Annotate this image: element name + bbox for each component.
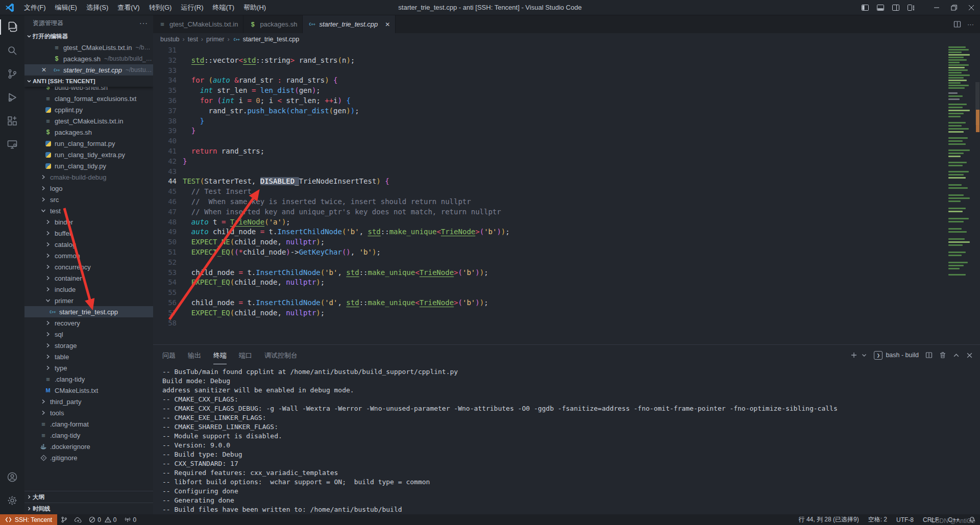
open-editors-header[interactable]: 打开的编辑器 [24,31,153,42]
workspace-header[interactable]: ANTI [SSH: TENCENT] [24,76,153,87]
tree-file-.clang-tidy[interactable]: ≡.clang-tidy [24,373,153,385]
tab-starter_trie_test.cpp[interactable]: C++starter_trie_test.cpp✕ [303,15,396,33]
breadcrumb-item[interactable]: primer [206,36,224,43]
menu-item-0[interactable]: 文件(F) [19,0,51,15]
menu-item-1[interactable]: 编辑(E) [51,0,82,15]
tree-file-.dockerignore[interactable]: .dockerignore [24,441,153,452]
tree-folder-primer[interactable]: primer [24,295,153,306]
tree-folder-concurrency[interactable]: concurrency [24,261,153,272]
views-more-actions-icon[interactable]: ··· [139,19,148,27]
panel-tab-调试控制台[interactable]: 调试控制台 [264,346,298,364]
close-icon[interactable]: ✕ [41,66,46,73]
tab-packages.sh[interactable]: $packages.sh [243,15,303,33]
tree-folder-common[interactable]: common [24,250,153,261]
tree-folder-binder[interactable]: binder [24,216,153,228]
tab-gtest_CMakeLists.txt.in[interactable]: ≡gtest_CMakeLists.txt.in [153,15,243,33]
menu-item-7[interactable]: 帮助(H) [239,0,271,15]
problems-indicator[interactable]: 0 0 [85,514,120,525]
minimap[interactable] [946,45,975,344]
tree-folder-include[interactable]: include [24,284,153,295]
git-branch-indicator[interactable] [57,514,71,525]
tree-folder-logo[interactable]: logo [24,183,153,194]
activity-extensions[interactable] [0,109,24,133]
breadcrumb-item[interactable]: bustub [160,36,180,43]
tree-folder-cmake-build-debug[interactable]: cmake-build-debug [24,171,153,183]
menu-item-2[interactable]: 选择(S) [82,0,113,15]
panel-tab-问题[interactable]: 问题 [162,346,176,364]
tree-file-run_clang_format.py[interactable]: run_clang_format.py [24,138,153,149]
outline-section[interactable]: 大纲 [24,491,153,503]
ports-indicator[interactable]: 0 [120,514,140,525]
maximize-panel-icon[interactable] [953,352,960,359]
publish-changes-indicator[interactable] [71,514,85,525]
tree-file-.gitignore[interactable]: .gitignore [24,452,153,463]
tree-folder-buffer[interactable]: buffer [24,228,153,239]
tree-file-packages.sh[interactable]: $packages.sh [24,127,153,138]
tree-folder-tools[interactable]: tools [24,407,153,418]
tree-file-cpplint.py[interactable]: cpplint.py [24,104,153,115]
tree-folder-table[interactable]: table [24,351,153,362]
more-actions-icon[interactable]: ··· [967,20,974,28]
status-item-0[interactable]: 行 44, 列 28 (已选择9) [794,515,864,524]
restore-button[interactable] [945,0,963,15]
terminal-output[interactable]: -- BusTub/main found cpplint at /home/an… [162,367,970,512]
tree-folder-recovery[interactable]: recovery [24,317,153,329]
menu-item-5[interactable]: 运行(R) [176,0,208,15]
toggle-secondary-sidebar-icon[interactable] [888,0,903,15]
activity-remote-explorer[interactable] [0,133,24,156]
tree-folder-sql[interactable]: sql [24,329,153,340]
terminal-dropdown-icon[interactable] [861,352,867,358]
activity-run-and-debug[interactable] [0,86,24,109]
tree-folder-type[interactable]: type [24,362,153,373]
breadcrumb-file[interactable]: C++starter_trie_test.cpp [233,35,299,43]
tree-file-gtest_CMakeLists.txt.in[interactable]: ≡gtest_CMakeLists.txt.in [24,115,153,127]
tree-file-CMakeLists.txt[interactable]: MCMakeLists.txt [24,385,153,396]
close-window-button[interactable] [963,0,980,15]
toggle-panel-icon[interactable] [873,0,888,15]
activity-accounts[interactable] [0,465,24,489]
activity-search[interactable] [0,39,24,62]
panel-tab-输出[interactable]: 输出 [188,346,201,364]
code-editor[interactable]: 3132 std::vector<std::string> rand_strs(… [153,45,980,344]
tree-folder-third_party[interactable]: third_party [24,396,153,407]
tree-folder-container[interactable]: container [24,272,153,284]
editor-scrollbar[interactable] [975,45,980,344]
open-editor-item[interactable]: ✕C++starter_trie_test.cpp~/bustub/test/p… [24,64,153,76]
terminal-instance-select[interactable]: ❯ bash - build [874,351,919,360]
tree-folder-test[interactable]: test [24,205,153,216]
kill-terminal-icon[interactable] [939,352,946,359]
tree-folder-src[interactable]: src [24,194,153,205]
activity-settings[interactable] [0,489,24,512]
split-editor-icon[interactable] [953,20,961,28]
menu-item-4[interactable]: 转到(G) [144,0,177,15]
minimize-button[interactable] [928,0,945,15]
tree-file-build-web-shell.sh[interactable]: $build-web-shell.sh [24,87,153,93]
status-item-1[interactable]: 空格: 2 [864,515,892,524]
timeline-section[interactable]: 时间线 [24,503,153,514]
open-editor-item[interactable]: $packages.sh~/bustub/build_support [24,53,153,64]
activity-source-control[interactable] [0,62,24,86]
tree-file-.clang-format[interactable]: ≡.clang-format [24,418,153,430]
panel-tab-端口[interactable]: 端口 [239,346,252,364]
status-item-2[interactable]: UTF-8 [892,516,918,523]
tree-file-clang_format_exclusions.txt[interactable]: ≡clang_format_exclusions.txt [24,93,153,104]
activity-explorer[interactable] [0,15,24,39]
remote-indicator[interactable]: SSH: Tencent [0,514,57,525]
customize-layout-icon[interactable] [903,0,919,15]
tree-file-starter_trie_test.cpp[interactable]: C++starter_trie_test.cpp [24,306,153,317]
toggle-sidebar-icon[interactable] [857,0,873,15]
tree-folder-storage[interactable]: storage [24,340,153,351]
split-terminal-icon[interactable] [925,352,933,359]
tree-folder-catalog[interactable]: catalog [24,239,153,250]
breadcrumb-item[interactable]: test [188,36,198,43]
menu-item-6[interactable]: 终端(T) [208,0,239,15]
close-icon[interactable]: ✕ [385,21,390,28]
tree-file-run_clang_tidy_extra.py[interactable]: run_clang_tidy_extra.py [24,149,153,160]
menu-item-3[interactable]: 查看(V) [113,0,144,15]
tree-file-run_clang_tidy.py[interactable]: run_clang_tidy.py [24,160,153,171]
panel-tab-终端[interactable]: 终端 [213,346,227,364]
open-editor-item[interactable]: ≡gtest_CMakeLists.txt.in~/bustub/build..… [24,42,153,53]
close-panel-icon[interactable] [966,352,973,359]
tree-file-.clang-tidy[interactable]: ≡.clang-tidy [24,430,153,441]
new-terminal-icon[interactable] [850,352,857,359]
